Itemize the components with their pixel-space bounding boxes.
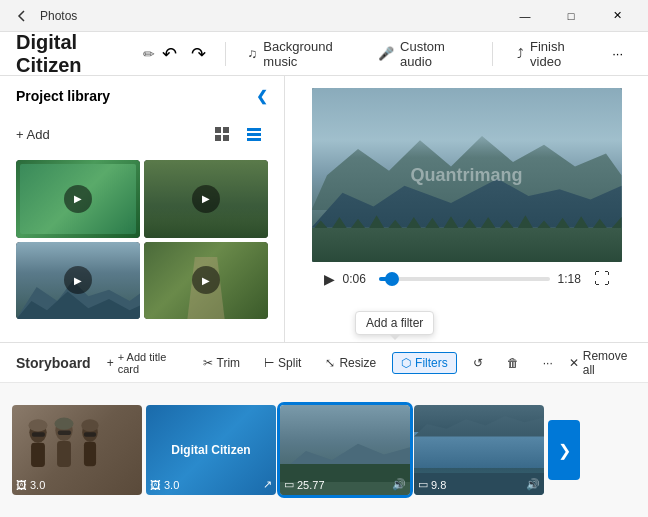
svg-rect-0 <box>215 127 221 133</box>
custom-audio-button[interactable]: 🎤 Custom audio <box>368 35 480 73</box>
next-clip-button[interactable]: ❯ <box>548 420 580 480</box>
audio-icon: 🎤 <box>378 46 394 61</box>
remove-all-button[interactable]: ✕ Remove all <box>569 349 632 377</box>
window-controls: — □ ✕ <box>502 0 640 32</box>
video-preview-panel: Quantrimang ▶ 0:06 1:18 ⛶ <box>285 76 648 342</box>
media-grid: ▶ ▶ ▶ <box>0 156 284 323</box>
svg-rect-14 <box>84 442 96 466</box>
svg-point-17 <box>81 419 98 431</box>
clip-action-icon: ↗ <box>263 478 272 491</box>
volume-icon-2: 🔊 <box>526 478 540 491</box>
clip-text-line: Digital Citizen <box>171 443 250 457</box>
add-media-button[interactable]: + Add <box>16 127 50 142</box>
collapse-panel-button[interactable]: ❮ <box>256 88 268 104</box>
play-overlay[interactable]: ▶ <box>192 185 220 213</box>
minimize-button[interactable]: — <box>502 0 548 32</box>
app-title: Photos <box>40 9 77 23</box>
svg-rect-18 <box>32 432 45 436</box>
svg-rect-4 <box>247 128 261 131</box>
media-item[interactable]: ▶ <box>16 160 140 238</box>
more-options-button[interactable]: ··· <box>603 38 632 70</box>
resize-button[interactable]: ⤡ Resize <box>317 353 384 373</box>
play-overlay[interactable]: ▶ <box>64 266 92 294</box>
more-icon: ··· <box>543 356 553 370</box>
add-title-card-button[interactable]: + + Add title card <box>99 348 187 378</box>
svg-rect-10 <box>31 443 45 467</box>
list-view-button[interactable] <box>240 120 268 148</box>
trim-icon: ✂ <box>203 356 213 370</box>
clip-duration: ▭ 25.77 <box>284 478 325 491</box>
svg-rect-1 <box>223 127 229 133</box>
close-button[interactable]: ✕ <box>594 0 640 32</box>
maximize-button[interactable]: □ <box>548 0 594 32</box>
resize-icon: ⤡ <box>325 356 335 370</box>
action-icon: ↗ <box>263 478 272 491</box>
view-toggle <box>208 120 268 148</box>
volume-icon: 🔊 <box>392 478 406 491</box>
play-overlay[interactable]: ▶ <box>192 266 220 294</box>
filters-icon: ⬡ <box>401 356 411 370</box>
watermark: Quantrimang <box>410 165 522 186</box>
storyboard-clips: 🖼 3.0 Digital Citizen 🖼 3.0 ↗ <box>0 383 648 517</box>
filter-tooltip: Add a filter <box>355 311 434 335</box>
clip-item-selected[interactable]: ▭ 25.77 🔊 <box>280 405 410 495</box>
edit-title-icon[interactable]: ✏ <box>143 46 155 62</box>
clip-duration: ▭ 9.8 <box>418 478 446 491</box>
play-overlay[interactable]: ▶ <box>64 185 92 213</box>
svg-rect-3 <box>223 135 229 141</box>
rotate-button[interactable]: ↺ <box>465 353 491 373</box>
svg-rect-19 <box>58 431 71 435</box>
undo-button[interactable]: ↶ <box>155 38 184 70</box>
total-time: 1:18 <box>558 272 586 286</box>
trim-button[interactable]: ✂ Trim <box>195 353 249 373</box>
more-storyboard-button[interactable]: ··· <box>535 353 561 373</box>
grid-view-button[interactable] <box>208 120 236 148</box>
media-item[interactable]: ▶ <box>144 160 268 238</box>
clip-item[interactable]: Digital Citizen 🖼 3.0 ↗ <box>146 405 276 495</box>
toolbar-separator-2 <box>492 42 493 66</box>
panel-header: Project library ❮ <box>0 76 284 116</box>
svg-rect-6 <box>247 138 261 141</box>
clip-volume-2: 🔊 <box>526 478 540 491</box>
clip-item[interactable]: ▭ 9.8 🔊 <box>414 405 544 495</box>
background-music-button[interactable]: ♫ Background music <box>238 35 368 73</box>
main-content: Project library ❮ + Add ▶ <box>0 76 648 342</box>
export-icon: ⤴ <box>517 46 524 61</box>
split-button[interactable]: ⊢ Split <box>256 353 309 373</box>
video-content: Quantrimang <box>312 88 622 262</box>
video-icon-2: ▭ <box>418 478 428 491</box>
fullscreen-button[interactable]: ⛶ <box>594 270 610 288</box>
media-item[interactable]: ▶ <box>144 242 268 320</box>
play-button[interactable]: ▶ <box>324 271 335 287</box>
seek-bar[interactable] <box>379 277 550 281</box>
video-controls: ▶ 0:06 1:18 ⛶ <box>312 262 622 296</box>
clip-duration: 🖼 3.0 <box>16 479 45 491</box>
delete-button[interactable]: 🗑 <box>499 353 527 373</box>
media-item[interactable]: ▶ <box>16 242 140 320</box>
video-icon: ▭ <box>284 478 294 491</box>
project-library-panel: Project library ❮ + Add ▶ <box>0 76 285 342</box>
remove-all-icon: ✕ <box>569 356 579 370</box>
clip-volume: 🔊 <box>392 478 406 491</box>
svg-point-15 <box>28 419 47 431</box>
back-button[interactable] <box>8 2 36 30</box>
filters-button[interactable]: ⬡ Filters <box>392 352 457 374</box>
storyboard-area: Storyboard + + Add title card ✂ Trim ⊢ S… <box>0 342 648 517</box>
svg-point-16 <box>54 418 73 430</box>
photo-icon: 🖼 <box>16 479 27 491</box>
clip-item[interactable]: 🖼 3.0 <box>12 405 142 495</box>
title-bar: Photos — □ ✕ <box>0 0 648 32</box>
chevron-right-icon: ❯ <box>558 441 571 460</box>
split-icon: ⊢ <box>264 356 274 370</box>
rotate-icon: ↺ <box>473 356 483 370</box>
svg-rect-12 <box>57 441 71 467</box>
ground <box>312 228 622 263</box>
seek-thumb[interactable] <box>385 272 399 286</box>
video-preview: Quantrimang <box>312 88 622 262</box>
current-time: 0:06 <box>343 272 371 286</box>
finish-video-button[interactable]: ⤴ Finish video <box>505 35 603 73</box>
photo-icon-2: 🖼 <box>150 479 161 491</box>
video-frame: Quantrimang <box>312 88 622 262</box>
redo-button[interactable]: ↷ <box>184 38 213 70</box>
svg-rect-20 <box>84 432 96 436</box>
